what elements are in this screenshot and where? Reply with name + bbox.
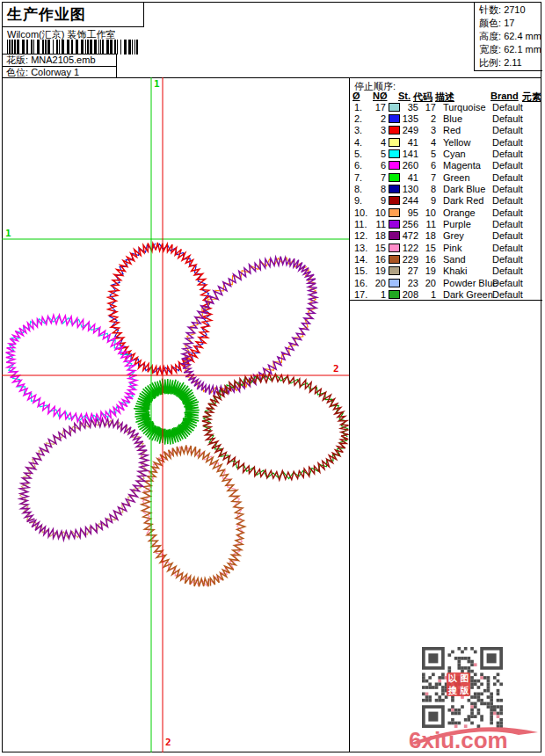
stop-cell: 7 — [372, 172, 386, 183]
stop-cell: 35 — [401, 102, 418, 113]
stop-cell: 16. — [351, 278, 372, 288]
end-label-right: 2 — [333, 363, 339, 374]
stop-cell: Purple — [436, 219, 492, 229]
stop-cell: 27 — [401, 265, 418, 276]
stop-cell: 7. — [351, 172, 372, 183]
design-info-box: 针数: 2710颜色: 17高度: 62.4 mm宽度: 62.1 mm比例: … — [474, 2, 542, 71]
thread-swatch-cell — [386, 244, 401, 252]
seal-character: 搜 — [447, 685, 459, 697]
pattern-row: 花版: MNA2105.emb — [2, 55, 116, 66]
colorway-row: 色位: Colorway 1 — [2, 66, 116, 78]
stop-cell: Orange — [436, 207, 492, 218]
stop-cell: Blue — [436, 113, 492, 124]
stop-row: 7.7417GreenDefault — [351, 171, 541, 183]
stop-cell: Default — [492, 125, 534, 135]
info-label: 高度: — [479, 31, 501, 41]
stop-cell: 135 — [401, 113, 418, 124]
stop-cell: Sand — [436, 254, 492, 265]
stop-cell: 10. — [351, 207, 372, 218]
pattern-label: 花版: — [6, 55, 28, 65]
thread-color-swatch — [389, 126, 400, 134]
stop-cell: 16 — [372, 254, 386, 265]
stop-cell: Default — [492, 243, 534, 253]
stop-cell: Dark Blue — [436, 184, 492, 194]
stop-cell: 17. — [351, 289, 372, 300]
stop-cell: 19 — [418, 265, 436, 276]
stop-cell: 7 — [418, 172, 436, 183]
stop-table-rows: 1.173517TurquoiseDefault2.21352BlueDefau… — [351, 101, 541, 301]
info-label: 针数: — [479, 4, 501, 15]
stop-cell: 14. — [351, 254, 372, 265]
stop-cell: 95 — [401, 207, 418, 218]
thread-color-swatch — [389, 114, 400, 123]
stop-row: 5.51415CyanDefault — [351, 148, 541, 159]
stop-cell: 9. — [351, 195, 372, 206]
stop-cell: 8 — [372, 184, 386, 194]
info-row: 高度: 62.4 mm — [479, 30, 542, 43]
stop-cell: 5 — [418, 149, 436, 159]
stop-row: 6.62606MagentaDefault — [351, 160, 541, 171]
thread-swatch-cell — [386, 103, 401, 112]
stop-cell: Default — [492, 265, 534, 276]
pattern-value: MNA2105.emb — [31, 55, 95, 65]
stop-cell: 41 — [401, 137, 418, 148]
stop-cell: Yellow — [436, 137, 492, 148]
table-divider — [350, 300, 542, 301]
stop-cell: 15. — [351, 265, 372, 276]
stop-cell: 2 — [372, 113, 386, 124]
thread-color-swatch — [389, 208, 400, 217]
stop-cell: Default — [492, 254, 534, 265]
start-label-left: 1 — [5, 228, 11, 239]
thread-color-swatch — [389, 231, 400, 240]
stop-cell: Default — [492, 172, 534, 183]
stop-cell: 5 — [372, 149, 386, 159]
barcode — [7, 40, 139, 55]
stop-row: 8.81308Dark BlueDefault — [351, 183, 541, 194]
stop-cell: 260 — [401, 160, 418, 171]
thread-color-swatch — [389, 103, 400, 112]
stop-row: 2.21352BlueDefault — [351, 113, 541, 124]
thread-color-swatch — [389, 244, 400, 252]
stop-cell: 6 — [418, 160, 436, 171]
column-header: NØ — [373, 91, 388, 101]
stop-cell: 11 — [372, 219, 386, 229]
stop-cell: Khaki — [436, 265, 492, 276]
stop-cell: 13. — [351, 243, 372, 253]
stop-cell: 208 — [401, 289, 418, 300]
seal-character: 以 — [447, 672, 459, 685]
info-value: 2710 — [504, 4, 525, 15]
stop-row: 15.192719KhakiDefault — [351, 265, 541, 277]
colorway-label: 色位: — [6, 67, 28, 77]
stop-cell: 4 — [418, 137, 436, 148]
info-value: 17 — [504, 18, 514, 28]
info-row: 比例: 2.11 — [479, 56, 542, 69]
thread-color-swatch — [389, 290, 400, 299]
production-worksheet: 生产作业图 Wilcom(汇京) 装饰工作室 花版: MNA2105.emb 色… — [0, 0, 545, 756]
info-row: 宽度: 62.1 mm — [479, 43, 542, 56]
stop-cell: 20 — [372, 278, 386, 288]
thread-swatch-cell — [386, 266, 401, 275]
right-column: 停止顺序: ØNØSt.代码描述Brand元素 1.173517Turquois… — [349, 77, 542, 752]
stop-cell: 1. — [351, 102, 372, 113]
stop-cell: Default — [492, 289, 534, 300]
thread-color-swatch — [389, 185, 400, 193]
thread-swatch-cell — [386, 208, 401, 217]
thread-swatch-cell — [386, 290, 401, 299]
stop-cell: 229 — [401, 254, 418, 265]
thread-swatch-cell — [386, 185, 401, 193]
stop-cell: 2. — [351, 113, 372, 124]
red-seal-stamp: 以图搜版 — [447, 672, 470, 696]
thread-color-swatch — [389, 149, 400, 158]
stop-cell: 8 — [418, 184, 436, 194]
thread-swatch-cell — [386, 231, 401, 240]
stop-row: 13.1512215PinkDefault — [351, 242, 541, 253]
info-row: 颜色: 17 — [479, 17, 542, 30]
stop-cell: Pink — [436, 243, 492, 253]
stop-cell: 2 — [418, 113, 436, 124]
stop-cell: 130 — [401, 184, 418, 194]
stop-row: 9.92449Dark RedDefault — [351, 195, 541, 207]
thread-swatch-cell — [386, 161, 401, 170]
stop-cell: Default — [492, 160, 534, 171]
stop-cell: 1 — [418, 289, 436, 300]
info-row: 针数: 2710 — [479, 4, 542, 17]
